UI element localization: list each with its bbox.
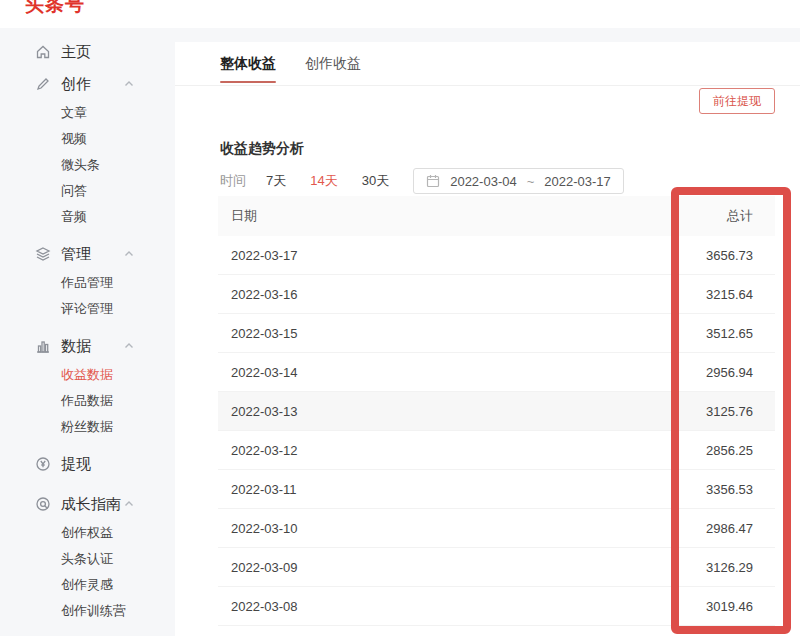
tab-bar: 整体收益 创作收益 [175,42,800,86]
table-row[interactable]: 2022-03-13 3125.76 [218,392,775,431]
date-end: 2022-03-17 [544,174,611,189]
sidebar-sub-label: 问答 [61,182,87,200]
sidebar-item-create[interactable]: 创作 [0,68,175,100]
cell-date: 2022-03-16 [218,287,655,302]
coin-icon [35,456,51,472]
cell-date: 2022-03-08 [218,599,655,614]
sidebar-sub-label: 作品数据 [61,392,113,410]
table-row[interactable]: 2022-03-14 2956.94 [218,353,775,392]
date-range-picker[interactable]: 2022-03-04 ~ 2022-03-17 [413,168,624,194]
sidebar-item-creator-rights[interactable]: 创作权益 [0,520,175,546]
table-row[interactable]: 2022-03-10 2986.47 [218,509,775,548]
date-start: 2022-03-04 [450,174,517,189]
pen-icon [35,76,51,92]
sidebar-item-growth-guide[interactable]: 成长指南 [0,488,175,520]
table-row[interactable]: 2022-03-16 3215.64 [218,275,775,314]
layers-icon [35,246,51,262]
sidebar-item-label: 提现 [61,455,91,474]
chevron-up-icon [123,340,135,352]
sidebar-item-home[interactable]: 主页 [0,36,175,68]
sidebar-sub-label: 文章 [61,104,87,122]
sidebar-item-qa[interactable]: 问答 [0,178,175,204]
cell-date: 2022-03-09 [218,560,655,575]
cell-total: 3125.76 [655,404,775,419]
range-30d-option[interactable]: 30天 [362,172,389,190]
cell-total: 2856.25 [655,443,775,458]
cell-date: 2022-03-15 [218,326,655,341]
sidebar-item-videos[interactable]: 视频 [0,126,175,152]
compass-icon [35,496,51,512]
time-filter-row: 时间 7天 14天 30天 2022-03-04 ~ 2022-03-17 [220,168,624,194]
sidebar-item-audio[interactable]: 音频 [0,204,175,230]
cell-date: 2022-03-13 [218,404,655,419]
home-icon [35,44,51,60]
sidebar-sub-label: 粉丝数据 [61,418,113,436]
sidebar-item-microheadline[interactable]: 微头条 [0,152,175,178]
table-row[interactable]: 2022-03-12 2856.25 [218,431,775,470]
range-7d-option[interactable]: 7天 [266,172,286,190]
table-row[interactable]: 2022-03-15 3512.65 [218,314,775,353]
cell-total: 3019.46 [655,599,775,614]
sidebar-item-works-manage[interactable]: 作品管理 [0,270,175,296]
sidebar-sub-label: 微头条 [61,156,100,174]
sidebar: 主页 创作 文章 视频 微头条 问答 音频 管理 作品管理 评论管理 数据 收益… [0,28,175,636]
app-logo[interactable]: 头条号 [25,0,85,18]
sidebar-item-creator-camp[interactable]: 创作训练营 [0,598,175,624]
sidebar-item-toutiao-certification[interactable]: 头条认证 [0,546,175,572]
sidebar-sub-label: 创作训练营 [61,602,126,620]
table-row[interactable]: 2022-03-08 3019.46 [218,587,775,626]
col-header-date: 日期 [218,207,655,225]
sidebar-item-label: 数据 [61,337,91,356]
bar-chart-icon [35,338,51,354]
time-filter-label: 时间 [220,172,246,190]
main-panel: 整体收益 创作收益 前往提现 收益趋势分析 时间 7天 14天 30天 2022… [175,42,800,636]
sidebar-item-label: 成长指南 [61,495,121,514]
cell-total: 3356.53 [655,482,775,497]
cell-date: 2022-03-17 [218,248,655,263]
sidebar-item-creative-inspiration[interactable]: 创作灵感 [0,572,175,598]
cell-date: 2022-03-14 [218,365,655,380]
sidebar-item-label: 创作 [61,75,91,94]
sidebar-item-fans-data[interactable]: 粉丝数据 [0,414,175,440]
tab-overall-earnings[interactable]: 整体收益 [220,55,276,73]
chevron-up-icon [123,78,135,90]
sidebar-sub-label: 音频 [61,208,87,226]
date-separator: ~ [527,174,535,189]
table-row[interactable]: 2022-03-17 3656.73 [218,236,775,275]
sidebar-item-comments-manage[interactable]: 评论管理 [0,296,175,322]
sidebar-sub-label: 评论管理 [61,300,113,318]
sidebar-item-data[interactable]: 数据 [0,330,175,362]
sidebar-item-works-data[interactable]: 作品数据 [0,388,175,414]
chevron-up-icon [123,498,135,510]
cell-total: 3126.29 [655,560,775,575]
range-14d-option[interactable]: 14天 [310,172,337,190]
sidebar-sub-label: 头条认证 [61,550,113,568]
cell-total: 3215.64 [655,287,775,302]
tab-creation-earnings[interactable]: 创作收益 [305,55,361,73]
sidebar-item-manage[interactable]: 管理 [0,238,175,270]
cell-total: 2986.47 [655,521,775,536]
go-withdraw-button[interactable]: 前往提现 [699,88,775,114]
table-row[interactable]: 2022-03-09 3126.29 [218,548,775,587]
section-title: 收益趋势分析 [220,140,304,158]
table-header-row: 日期 总计 [218,196,775,236]
cell-date: 2022-03-12 [218,443,655,458]
table-row[interactable]: 2022-03-11 3356.53 [218,470,775,509]
sidebar-sub-label: 视频 [61,130,87,148]
cell-total: 3512.65 [655,326,775,341]
sidebar-sub-label: 收益数据 [61,366,113,384]
sidebar-item-earnings-data[interactable]: 收益数据 [0,362,175,388]
sidebar-sub-label: 创作权益 [61,524,113,542]
sidebar-item-label: 管理 [61,245,91,264]
top-header: 头条号 [0,0,800,28]
sidebar-item-label: 主页 [61,43,91,62]
earnings-table: 日期 总计 2022-03-17 3656.73 2022-03-16 3215… [218,196,775,626]
sidebar-sub-label: 作品管理 [61,274,113,292]
sidebar-sub-label: 创作灵感 [61,576,113,594]
calendar-icon [426,174,440,188]
sidebar-item-withdraw[interactable]: 提现 [0,448,175,480]
cell-total: 3656.73 [655,248,775,263]
cell-total: 2956.94 [655,365,775,380]
cell-date: 2022-03-11 [218,482,655,497]
sidebar-item-articles[interactable]: 文章 [0,100,175,126]
